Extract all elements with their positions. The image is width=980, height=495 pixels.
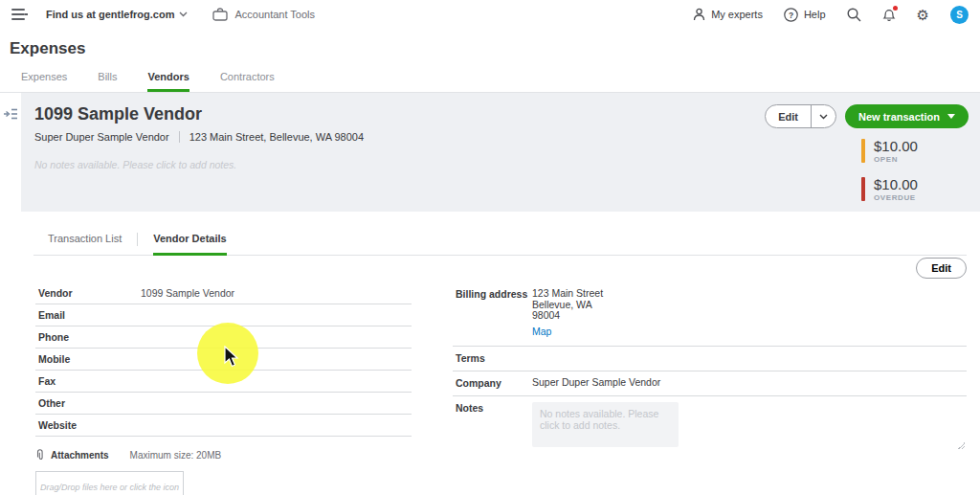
- my-experts-button[interactable]: My experts: [693, 8, 763, 21]
- field-row-mobile: Mobile: [35, 349, 412, 371]
- chevron-down-icon: [179, 11, 188, 17]
- tab-vendors[interactable]: Vendors: [147, 71, 189, 92]
- new-transaction-button[interactable]: New transaction: [845, 104, 969, 128]
- billing-address-line: 123 Main Street: [532, 288, 603, 300]
- divider: [179, 131, 180, 143]
- tab-vendor-details[interactable]: Vendor Details: [153, 233, 226, 256]
- field-row-website: Website: [35, 415, 412, 437]
- field-row-email: Email: [35, 304, 412, 326]
- open-balance-bar: [861, 139, 865, 163]
- accountant-tools-button[interactable]: Accountant Tools: [212, 8, 315, 21]
- accountant-tools-label: Accountant Tools: [234, 9, 315, 20]
- vendor-name: 1099 Sample Vendor: [34, 104, 765, 124]
- top-navigation-bar: Find us at gentlefrog.com Accountant Too…: [0, 0, 980, 29]
- tab-contractors[interactable]: Contractors: [220, 71, 275, 92]
- notes-row: Notes: [453, 396, 967, 458]
- notes-textarea[interactable]: [532, 402, 679, 447]
- overdue-balance-amount: $10.00: [874, 177, 918, 191]
- terms-row: Terms: [453, 347, 967, 371]
- field-label: Mobile: [38, 353, 105, 365]
- notification-badge-dot: [893, 6, 898, 11]
- attachments-dropzone[interactable]: Drag/Drop files here or click the icon: [35, 471, 184, 495]
- field-label: Email: [38, 309, 105, 321]
- overdue-balance: $10.00 OVERDUE: [861, 177, 969, 202]
- field-value: 1099 Sample Vendor: [141, 287, 234, 299]
- attachments-section: Attachments Maximum size: 20MB Drag/Drop…: [35, 449, 412, 495]
- help-button[interactable]: ? Help: [784, 8, 826, 22]
- edit-button[interactable]: Edit: [766, 105, 811, 127]
- open-balance-amount: $10.00: [874, 139, 918, 153]
- resize-grip-icon: [958, 442, 965, 449]
- overdue-balance-label: OVERDUE: [874, 193, 918, 202]
- company-menu-label: Find us at gentlefrog.com: [46, 9, 174, 20]
- vendor-header-section: 1099 Sample Vendor Super Duper Sample Ve…: [0, 93, 980, 212]
- vendor-header-panel: 1099 Sample Vendor Super Duper Sample Ve…: [21, 93, 980, 212]
- briefcase-icon: [212, 8, 228, 21]
- company-row: Company Super Duper Sample Vendor: [453, 371, 967, 396]
- svg-text:?: ?: [789, 10, 793, 19]
- open-balance: $10.00 OPEN: [861, 139, 969, 164]
- notifications-button[interactable]: [882, 8, 896, 22]
- main-tabs: Expenses Bills Vendors Contractors: [0, 71, 980, 93]
- edit-dropdown-button[interactable]: [811, 105, 835, 127]
- field-row-other: Other: [35, 393, 412, 415]
- attachments-max-size: Maximum size: 20MB: [130, 450, 222, 461]
- vendor-notes-placeholder[interactable]: No notes available. Please click to add …: [34, 159, 765, 170]
- details-left-column: Vendor 1099 Sample Vendor Email Phone Mo…: [35, 282, 412, 495]
- help-icon: ?: [784, 8, 798, 22]
- field-label: Vendor: [38, 287, 105, 299]
- field-row-fax: Fax: [35, 371, 412, 393]
- notes-label: Notes: [456, 402, 532, 414]
- billing-address-label: Billing address: [456, 288, 532, 300]
- edit-split-button: Edit: [765, 104, 836, 128]
- left-gutter: [0, 93, 21, 212]
- map-link[interactable]: Map: [532, 326, 551, 337]
- field-row-phone: Phone: [35, 326, 412, 349]
- field-row-vendor: Vendor 1099 Sample Vendor: [35, 282, 412, 304]
- company-menu[interactable]: Find us at gentlefrog.com: [46, 9, 188, 20]
- person-icon: [693, 8, 705, 21]
- details-edit-button[interactable]: Edit: [916, 258, 967, 279]
- company-value: Super Duper Sample Vendor: [532, 377, 660, 389]
- new-transaction-label: New transaction: [858, 111, 940, 123]
- open-balance-label: OPEN: [874, 155, 918, 164]
- chevron-down-icon: [819, 114, 828, 120]
- overdue-balance-bar: [861, 177, 865, 201]
- tab-expenses[interactable]: Expenses: [21, 71, 67, 92]
- detail-tabs: Transaction List Vendor Details: [0, 233, 980, 256]
- billing-address-line: 98004: [532, 310, 603, 322]
- details-right-column: Billing address 123 Main Street Bellevue…: [453, 282, 967, 495]
- page-title: Expenses: [10, 39, 980, 58]
- caret-down-icon: [947, 114, 955, 119]
- search-icon[interactable]: [847, 8, 861, 22]
- help-label: Help: [804, 9, 826, 20]
- terms-label: Terms: [456, 352, 532, 364]
- field-label: Other: [38, 397, 105, 409]
- field-label: Phone: [38, 331, 105, 343]
- company-label: Company: [456, 377, 532, 389]
- vendor-address: 123 Main Street, Bellevue, WA 98004: [189, 131, 364, 143]
- tab-transaction-list[interactable]: Transaction List: [48, 233, 122, 256]
- settings-gear-icon[interactable]: ⚙: [917, 8, 929, 22]
- my-experts-label: My experts: [711, 9, 763, 20]
- field-label: Fax: [38, 375, 105, 387]
- field-label: Website: [38, 419, 105, 431]
- billing-address-row: Billing address 123 Main Street Bellevue…: [453, 282, 967, 347]
- vendor-details-section: Edit Vendor 1099 Sample Vendor Email Pho…: [0, 256, 980, 495]
- attachments-label: Attachments: [51, 450, 109, 461]
- tab-bills[interactable]: Bills: [98, 71, 117, 92]
- collapse-list-icon[interactable]: [4, 108, 18, 120]
- vendor-company-name: Super Duper Sample Vendor: [34, 131, 169, 143]
- vendor-balances: $10.00 OPEN $10.00 OVERDUE: [861, 139, 969, 202]
- avatar-initial: S: [956, 10, 963, 20]
- user-avatar[interactable]: S: [950, 6, 969, 24]
- menu-hamburger-icon[interactable]: [11, 9, 27, 20]
- paperclip-icon: [35, 449, 45, 461]
- divider: [137, 233, 138, 246]
